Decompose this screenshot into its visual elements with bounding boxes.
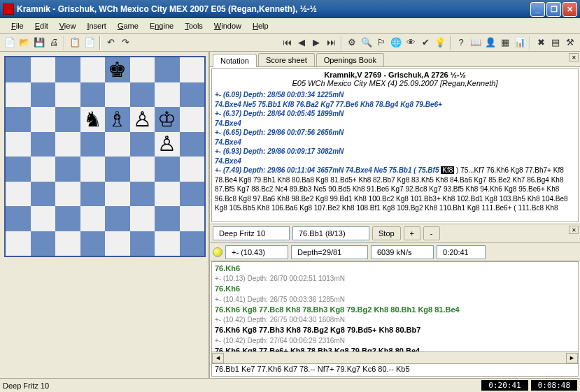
cross-icon[interactable]: ✖ — [534, 36, 548, 50]
engine-icon[interactable]: ⚙ — [345, 36, 359, 50]
square-c6[interactable] — [55, 107, 80, 132]
square-c4[interactable] — [55, 157, 80, 182]
variation-moves[interactable]: 76.Kh6 Kg8 77.Bh3 Kh8 78.Bg2 Kg8 79.Bd5+… — [215, 325, 575, 335]
square-f6[interactable]: ♙ — [130, 107, 155, 132]
nav-last-icon[interactable]: ⏭ — [324, 36, 338, 50]
h-scrollbar[interactable]: ◄ ► — [212, 351, 578, 363]
save-icon[interactable]: 💾 — [32, 36, 46, 50]
undo-icon[interactable]: ↶ — [104, 36, 118, 50]
square-h2[interactable] — [180, 206, 205, 231]
square-d1[interactable] — [80, 231, 106, 256]
square-d8[interactable] — [80, 57, 106, 82]
square-h4[interactable] — [180, 157, 205, 182]
menu-edit[interactable]: Edit — [29, 20, 54, 31]
square-e4[interactable] — [105, 157, 130, 182]
menu-view[interactable]: View — [54, 20, 82, 31]
square-c2[interactable] — [55, 206, 80, 231]
chart-icon[interactable]: 📊 — [513, 36, 527, 50]
square-d5[interactable] — [80, 132, 106, 157]
open-icon[interactable]: 📂 — [17, 36, 31, 50]
variation-list[interactable]: 76.Kh6 +- (10.13) Depth: 26/70 00:02:51 … — [212, 262, 578, 351]
square-f8[interactable] — [130, 57, 155, 82]
minus-button[interactable]: - — [423, 226, 440, 240]
square-g5[interactable]: ♙ — [155, 132, 180, 157]
square-d7[interactable] — [80, 82, 106, 108]
variation-moves[interactable]: 76.Kh6 Kg8 77.Bc8 Kh8 78.Bh3 Kg8 79.Bg2 … — [215, 305, 575, 315]
analysis-text[interactable]: +- (6.09) Depth: 28/58 00:03:34 1225mN74… — [212, 89, 578, 215]
square-c8[interactable] — [55, 57, 80, 82]
help-icon[interactable]: ? — [454, 36, 468, 50]
square-b8[interactable] — [31, 57, 56, 82]
square-f3[interactable] — [130, 182, 155, 207]
square-h3[interactable] — [180, 182, 205, 207]
check-icon[interactable]: ✔ — [418, 36, 432, 50]
close-button[interactable]: ✕ — [563, 2, 577, 17]
square-g7[interactable] — [155, 82, 180, 108]
square-e6[interactable]: ♗ — [105, 107, 130, 132]
db-icon[interactable]: ▤ — [549, 36, 563, 50]
variation-moves[interactable]: 76.Kh6 — [215, 284, 575, 294]
bulb-icon[interactable]: 💡 — [433, 36, 447, 50]
menu-help[interactable]: Help — [247, 20, 274, 31]
square-b6[interactable] — [31, 107, 56, 132]
square-f7[interactable] — [130, 82, 155, 108]
square-f2[interactable] — [130, 206, 155, 231]
square-h7[interactable] — [180, 82, 205, 108]
analyze-icon[interactable]: 🔍 — [360, 36, 374, 50]
print-icon[interactable]: 🖨 — [47, 36, 61, 50]
menu-game[interactable]: Game — [112, 20, 144, 31]
chess-board[interactable]: ♚♞♗♙♔♙ — [4, 56, 206, 257]
square-a8[interactable] — [6, 57, 31, 82]
square-b7[interactable] — [31, 82, 56, 108]
flag-icon[interactable]: 🏳 — [374, 36, 388, 50]
square-c3[interactable] — [55, 182, 80, 207]
menu-engine[interactable]: Engine — [144, 20, 179, 31]
square-b2[interactable] — [31, 206, 56, 231]
square-e2[interactable] — [105, 206, 130, 231]
square-f1[interactable] — [130, 231, 155, 256]
nav-first-icon[interactable]: ⏮ — [280, 36, 294, 50]
square-a1[interactable] — [6, 231, 31, 256]
square-g1[interactable] — [155, 231, 180, 256]
variation-moves[interactable]: 76.Kh6 — [215, 263, 575, 274]
plus-button[interactable]: + — [404, 226, 420, 240]
paste-icon[interactable]: 📄 — [83, 36, 97, 50]
minimize-button[interactable]: _ — [530, 2, 545, 17]
nav-prev-icon[interactable]: ◀ — [295, 36, 309, 50]
square-b5[interactable] — [31, 132, 56, 157]
square-c1[interactable] — [55, 231, 80, 256]
engine-panel-close-icon[interactable]: ✕ — [569, 226, 579, 234]
square-d2[interactable] — [80, 206, 106, 231]
menu-tools[interactable]: Tools — [179, 20, 208, 31]
square-e8[interactable]: ♚ — [105, 57, 130, 82]
copy-icon[interactable]: 📋 — [68, 36, 82, 50]
menu-window[interactable]: Window — [208, 20, 247, 31]
panel-close-icon[interactable]: ✕ — [569, 53, 579, 61]
square-g4[interactable] — [155, 157, 180, 182]
square-a5[interactable] — [6, 132, 31, 157]
square-d3[interactable] — [80, 182, 106, 207]
scroll-left-icon[interactable]: ◄ — [212, 353, 224, 363]
square-h8[interactable] — [180, 57, 205, 82]
square-h6[interactable] — [180, 107, 205, 132]
square-a6[interactable] — [6, 107, 31, 132]
square-g2[interactable] — [155, 206, 180, 231]
tab-notation[interactable]: Notation — [213, 54, 257, 67]
globe-icon[interactable]: 🌐 — [389, 36, 403, 50]
board-icon[interactable]: ▦ — [498, 36, 512, 50]
variation-moves[interactable]: 76.Kh6 Kg8 77.Be6+ Kh8 78.Bh3 Kg8 79.Bg2… — [215, 346, 575, 351]
square-f5[interactable] — [130, 132, 155, 157]
square-a7[interactable] — [6, 82, 31, 108]
square-a2[interactable] — [6, 206, 31, 231]
square-c7[interactable] — [55, 82, 80, 108]
square-e3[interactable] — [105, 182, 130, 207]
square-d6[interactable]: ♞ — [80, 107, 106, 132]
square-g6[interactable]: ♔ — [155, 107, 180, 132]
square-h5[interactable] — [180, 132, 205, 157]
book-icon[interactable]: 📖 — [469, 36, 483, 50]
person-icon[interactable]: 👤 — [483, 36, 497, 50]
square-d4[interactable] — [80, 157, 106, 182]
eye-icon[interactable]: 👁 — [404, 36, 418, 50]
square-e1[interactable] — [105, 231, 130, 256]
square-f4[interactable] — [130, 157, 155, 182]
